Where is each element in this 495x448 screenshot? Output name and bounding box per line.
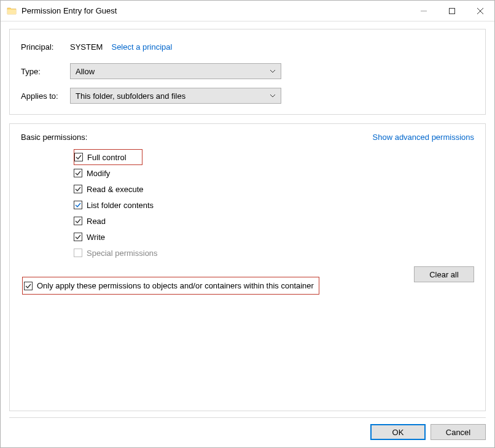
dialog-footer: OK Cancel (1, 418, 494, 447)
permission-label: Write (87, 233, 105, 242)
clear-all-button[interactable]: Clear all (414, 266, 474, 282)
checkbox-icon[interactable] (74, 185, 82, 193)
type-dropdown[interactable]: Allow (70, 63, 281, 79)
folder-icon (7, 6, 17, 16)
checkbox-icon[interactable] (74, 153, 83, 161)
principal-row: Principal: SYSTEM Select a principal (21, 38, 474, 55)
permission-label: List folder contents (87, 201, 154, 210)
permission-special: Special permissions (74, 245, 474, 261)
type-row: Type: Allow (21, 63, 474, 80)
only-apply-checkbox-row[interactable]: Only apply these permissions to objects … (22, 277, 319, 295)
principal-panel: Principal: SYSTEM Select a principal Typ… (9, 29, 486, 115)
content-area: Principal: SYSTEM Select a principal Typ… (1, 21, 494, 417)
close-button[interactable] (466, 1, 494, 21)
type-value: Allow (76, 67, 270, 76)
chevron-down-icon (270, 70, 276, 73)
select-principal-link[interactable]: Select a principal (111, 42, 172, 52)
only-apply-label: Only apply these permissions to objects … (37, 281, 314, 290)
principal-value: SYSTEM (70, 42, 103, 52)
applies-to-row: Applies to: This folder, subfolders and … (21, 87, 474, 104)
permission-read[interactable]: Read (74, 213, 474, 229)
permissions-list: Full control Modify Read & execute (74, 149, 474, 261)
type-label: Type: (21, 67, 70, 76)
permission-label: Special permissions (87, 249, 158, 258)
chevron-down-icon (270, 95, 276, 98)
checkbox-icon (74, 249, 82, 257)
principal-label: Principal: (21, 42, 70, 52)
permission-write[interactable]: Write (74, 229, 474, 245)
applies-to-value: This folder, subfolders and files (76, 91, 270, 101)
show-advanced-link[interactable]: Show advanced permissions (373, 133, 474, 142)
basic-permissions-label: Basic permissions: (21, 133, 87, 142)
permission-read-execute[interactable]: Read & execute (74, 181, 474, 197)
minimize-button[interactable] (410, 1, 438, 21)
svg-rect-1 (450, 8, 455, 14)
applies-to-dropdown[interactable]: This folder, subfolders and files (70, 88, 281, 104)
checkbox-icon[interactable] (24, 282, 33, 290)
cancel-button[interactable]: Cancel (431, 424, 486, 440)
permission-label: Read & execute (87, 185, 144, 194)
permission-list-folder[interactable]: List folder contents (74, 197, 474, 213)
window-controls (410, 1, 494, 21)
checkbox-icon[interactable] (74, 169, 82, 177)
permission-label: Modify (87, 169, 110, 178)
checkbox-icon[interactable] (74, 233, 82, 241)
window-title: Permission Entry for Guest (21, 6, 410, 15)
maximize-button[interactable] (438, 1, 466, 21)
applies-to-label: Applies to: (21, 91, 70, 101)
permission-entry-window: Permission Entry for Guest Principal: SY… (0, 0, 495, 448)
titlebar: Permission Entry for Guest (1, 1, 494, 21)
permissions-panel: Basic permissions: Show advanced permiss… (9, 123, 486, 411)
checkbox-icon[interactable] (74, 201, 82, 209)
checkbox-icon[interactable] (74, 217, 82, 225)
permission-label: Full control (87, 153, 127, 162)
permission-full-control[interactable]: Full control (74, 149, 142, 165)
ok-button[interactable]: OK (370, 424, 426, 440)
permission-label: Read (87, 217, 106, 226)
permission-modify[interactable]: Modify (74, 165, 474, 181)
permissions-header: Basic permissions: Show advanced permiss… (21, 133, 474, 142)
